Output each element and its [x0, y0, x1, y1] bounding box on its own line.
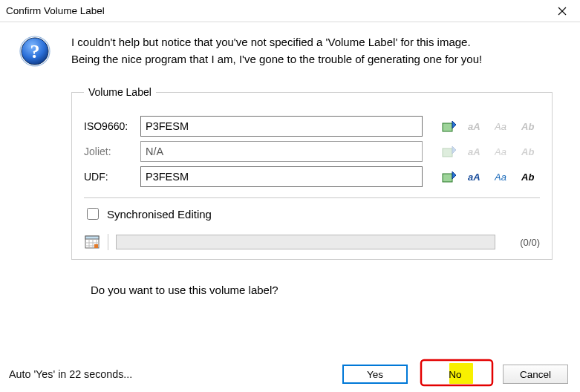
- svg-rect-13: [443, 174, 452, 182]
- message-text: I couldn't help but notice that you've n…: [71, 36, 482, 70]
- svg-text:Ab: Ab: [521, 172, 534, 183]
- apply-icon[interactable]: [440, 169, 458, 185]
- joliet-label: Joliet:: [84, 146, 133, 157]
- svg-text:Ab: Ab: [521, 146, 534, 157]
- sync-editing-checkbox[interactable]: [87, 208, 99, 220]
- svg-text:aA: aA: [468, 146, 480, 157]
- apply-icon[interactable]: [440, 118, 458, 134]
- question-icon: ?: [19, 36, 50, 67]
- svg-rect-18: [85, 236, 99, 239]
- progress-bar: [116, 235, 495, 249]
- apply-icon: [440, 143, 458, 160]
- udf-input[interactable]: [140, 166, 423, 187]
- case-icon: Aa: [494, 143, 512, 160]
- window-title: Confirm Volume Label: [6, 5, 545, 16]
- message-line-2: Being the nice program that I am, I've g…: [71, 53, 482, 65]
- svg-rect-24: [94, 244, 98, 248]
- no-button[interactable]: No: [423, 365, 488, 384]
- uppercase-icon[interactable]: aA: [467, 169, 485, 185]
- divider: [108, 234, 108, 250]
- sync-editing-row[interactable]: Synchronised Editing: [84, 206, 540, 222]
- svg-text:Aa: Aa: [495, 121, 506, 132]
- volume-label-group: Volume Label ISO9660: aA Aa Ab Joliet: [71, 86, 553, 260]
- joliet-row: Joliet: aA Aa Ab: [84, 141, 540, 162]
- iso9660-label: ISO9660:: [84, 120, 133, 132]
- cancel-button[interactable]: Cancel: [503, 365, 568, 384]
- svg-text:Aa: Aa: [495, 172, 506, 183]
- sync-editing-label: Synchronised Editing: [107, 208, 212, 220]
- svg-text:Ab: Ab: [521, 121, 534, 132]
- group-legend: Volume Label: [84, 86, 156, 98]
- message-line-1: I couldn't help but notice that you've n…: [71, 36, 482, 48]
- iso9660-row: ISO9660: aA Aa Ab: [84, 116, 540, 137]
- joliet-input: [140, 141, 423, 162]
- bottom-bar: Auto 'Yes' in 22 seconds... Yes No Cance…: [0, 356, 580, 392]
- close-icon: [558, 7, 567, 16]
- titlebar: Confirm Volume Label: [0, 0, 580, 22]
- udf-label: UDF:: [84, 171, 133, 183]
- close-button[interactable]: [545, 1, 579, 22]
- svg-text:Aa: Aa: [495, 146, 506, 157]
- iso9660-input[interactable]: [140, 116, 423, 137]
- svg-text:aA: aA: [468, 121, 480, 132]
- uppercase-icon: aA: [467, 143, 485, 160]
- auto-countdown: Auto 'Yes' in 22 seconds...: [9, 368, 342, 380]
- progress-count: (0/0): [503, 237, 540, 248]
- case-icon: Aa: [494, 118, 512, 134]
- prompt-text: Do you want to use this volume label?: [91, 284, 561, 296]
- svg-rect-9: [443, 148, 452, 157]
- yes-button[interactable]: Yes: [342, 365, 408, 384]
- case-icon[interactable]: Aa: [494, 169, 512, 185]
- progress-row: (0/0): [84, 234, 540, 250]
- uppercase-icon: aA: [467, 118, 485, 134]
- udf-row: UDF: aA Aa Ab: [84, 166, 540, 187]
- bold-icon: Ab: [521, 143, 538, 160]
- svg-text:?: ?: [30, 41, 40, 62]
- separator: [84, 197, 540, 198]
- svg-rect-5: [443, 123, 452, 131]
- message-row: ? I couldn't help but notice that you've…: [19, 36, 561, 70]
- bold-icon[interactable]: Ab: [521, 169, 538, 185]
- bold-icon: Ab: [521, 118, 538, 134]
- svg-text:aA: aA: [468, 172, 480, 183]
- calendar-icon[interactable]: [84, 234, 100, 250]
